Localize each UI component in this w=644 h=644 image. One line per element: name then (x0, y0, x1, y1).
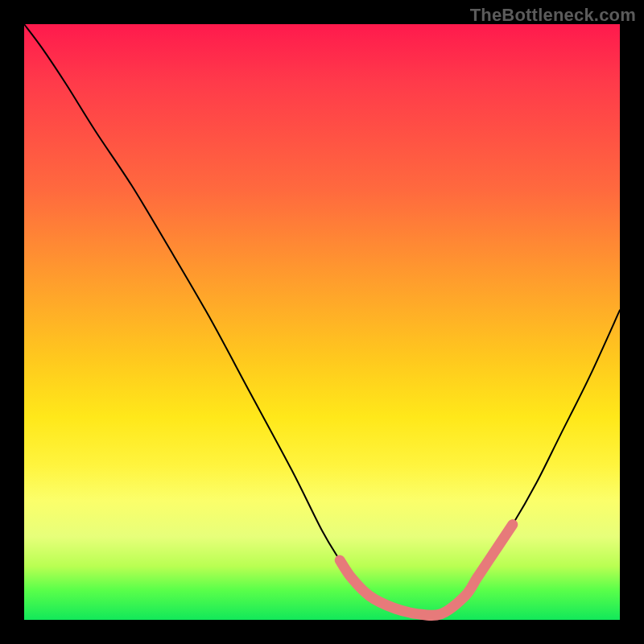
chart-frame: TheBottleneck.com (0, 0, 644, 644)
optimal-range-path (340, 525, 513, 616)
bottleneck-curve-svg (24, 24, 620, 620)
bottleneck-curve-path (24, 24, 620, 616)
watermark-text: TheBottleneck.com (470, 5, 636, 26)
